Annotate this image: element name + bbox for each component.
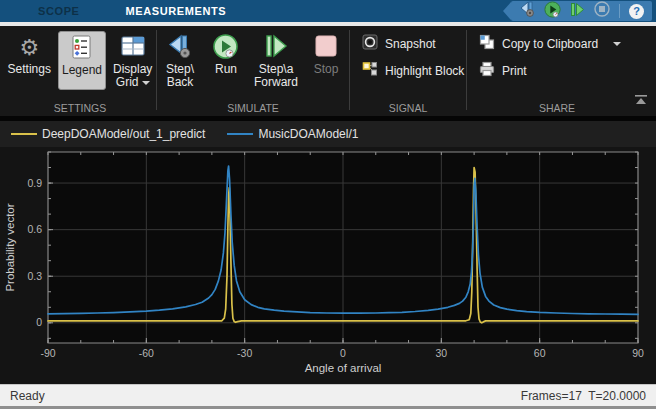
doa-chart: -90-60-30030609000.30.60.9Angle of arriv… (0, 147, 656, 384)
display-grid-button[interactable]: Display Grid (110, 31, 155, 90)
svg-text:30: 30 (435, 347, 447, 359)
step-back-button[interactable]: Step\ Back (159, 31, 201, 90)
step-forward-button[interactable]: Step\a Forward (251, 31, 301, 90)
copy-to-clipboard-button[interactable]: Copy to Clipboard (479, 34, 647, 54)
run-icon[interactable] (544, 1, 561, 22)
highlight-block-icon (362, 61, 378, 81)
group-settings: ⚙ Settings (4, 26, 156, 116)
step-forward-icon[interactable] (570, 2, 585, 21)
snapshot-icon (362, 34, 378, 54)
svg-text:60: 60 (534, 347, 546, 359)
step-back-settings-icon[interactable] (519, 1, 535, 21)
toolstrip: ⚙ Settings (0, 26, 656, 116)
group-share: Copy to Clipboard Print SHARE (467, 26, 647, 116)
run-button[interactable]: Run (205, 31, 247, 90)
legend-item-deepdoa[interactable]: DeepDOAModel/out_1_predict (11, 127, 205, 141)
legend-button[interactable]: Legend (58, 31, 106, 90)
print-button[interactable]: Print (479, 61, 647, 81)
status-text: Ready (10, 389, 45, 403)
toolbar-divider (619, 4, 620, 18)
status-bar: Ready Frames=17 T=20.0000 (0, 384, 656, 409)
legend-icon (72, 35, 91, 63)
group-label-share: SHARE (467, 102, 647, 114)
svg-text:0.3: 0.3 (27, 270, 42, 282)
dropdown-caret-icon (142, 81, 150, 85)
group-label-settings: SETTINGS (4, 102, 156, 114)
legend-item-musicdoa[interactable]: MusicDOAModel/1 (227, 127, 358, 141)
highlight-block-button[interactable]: Highlight Block (362, 61, 466, 81)
svg-text:-30: -30 (237, 347, 252, 359)
quick-access-toolbar: ? (503, 1, 652, 21)
step-forward-icon-large (263, 33, 289, 63)
svg-text:Probability vector: Probability vector (4, 203, 16, 291)
legend-swatch-yellow (11, 133, 37, 135)
stop-icon-large (314, 34, 338, 62)
display-grid-icon (121, 36, 145, 60)
legend-bar: DeepDOAModel/out_1_predict MusicDOAModel… (0, 121, 656, 147)
run-icon-large (212, 33, 239, 64)
svg-text:Angle of arrival: Angle of arrival (305, 362, 382, 374)
scope-window: SCOPE MEASUREMENTS (0, 0, 656, 409)
dropdown-caret-icon[interactable] (613, 42, 621, 46)
svg-text:0: 0 (36, 316, 42, 328)
gear-icon: ⚙ (19, 37, 39, 59)
tab-scope[interactable]: SCOPE (24, 0, 94, 22)
snapshot-button[interactable]: Snapshot (362, 34, 466, 54)
tab-bar: SCOPE MEASUREMENTS (0, 0, 656, 22)
stop-icon-disabled (594, 1, 610, 21)
svg-text:-60: -60 (139, 347, 154, 359)
svg-text:0.6: 0.6 (27, 223, 42, 235)
svg-text:90: 90 (632, 347, 644, 359)
group-signal: Snapshot Highlight Block SI (350, 26, 466, 116)
step-back-icon (167, 33, 193, 63)
group-simulate: Step\ Back Run (157, 26, 349, 116)
frames-time-readout: Frames=17 T=20.0000 (521, 389, 646, 403)
quick-access-collapse-icon[interactable] (503, 2, 511, 20)
svg-text:0.9: 0.9 (27, 177, 42, 189)
svg-text:-90: -90 (40, 347, 55, 359)
group-label-signal: SIGNAL (350, 102, 466, 114)
copy-icon (479, 34, 495, 54)
group-label-simulate: SIMULATE (157, 102, 349, 114)
stop-button: Stop (305, 31, 347, 90)
settings-button[interactable]: ⚙ Settings (5, 31, 54, 90)
collapse-toolstrip-icon[interactable] (634, 92, 648, 110)
plot-area[interactable]: -90-60-30030609000.30.60.9Angle of arriv… (0, 147, 656, 384)
print-icon (479, 61, 495, 81)
svg-text:0: 0 (340, 347, 346, 359)
help-icon[interactable]: ? (629, 4, 644, 19)
legend-swatch-blue (227, 133, 253, 135)
tab-measurements[interactable]: MEASUREMENTS (112, 0, 241, 22)
